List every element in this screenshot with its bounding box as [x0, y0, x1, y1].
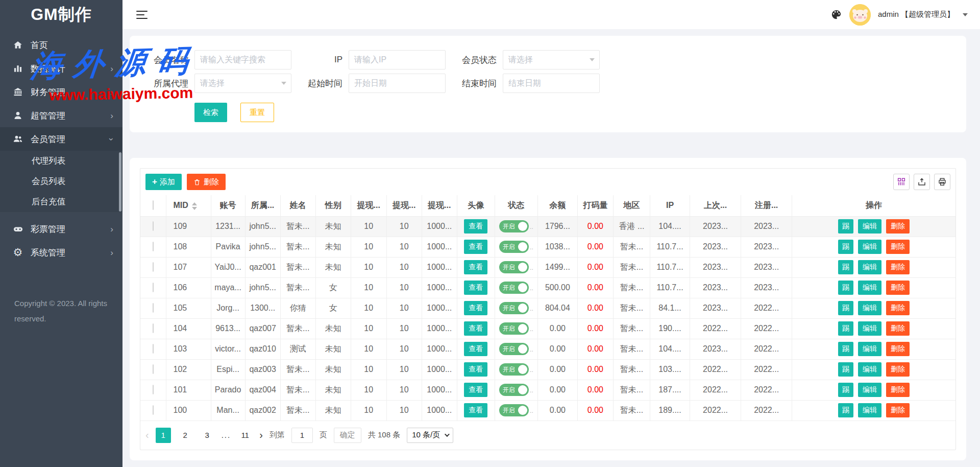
per-page-select[interactable]: 10 条/页 — [407, 428, 453, 443]
delete-button[interactable]: 删除 — [886, 383, 910, 397]
sidebar-item-system[interactable]: ⚙ 系统管理 › — [0, 241, 122, 264]
user-avatar[interactable] — [849, 4, 871, 26]
sidebar-subitem-recharge[interactable]: 后台充值 — [0, 192, 122, 212]
start-date-input[interactable] — [349, 74, 446, 93]
view-avatar-button[interactable]: 查看 — [464, 301, 487, 315]
status-toggle[interactable]: 开启 — [499, 404, 529, 416]
delete-button[interactable]: 删除 — [886, 219, 910, 233]
kick-button[interactable]: 踢 — [838, 321, 853, 336]
kick-button[interactable]: 踢 — [838, 240, 853, 254]
view-avatar-button[interactable]: 查看 — [464, 342, 487, 356]
keyword-input[interactable] — [194, 50, 291, 69]
status-toggle[interactable]: 开启 — [499, 343, 529, 355]
filter-columns-button[interactable] — [893, 174, 910, 190]
edit-button[interactable]: 编辑 — [858, 240, 881, 254]
kick-button[interactable]: 踢 — [838, 281, 853, 295]
agent-select[interactable]: 请选择 — [194, 74, 291, 93]
kick-button[interactable]: 踢 — [838, 362, 853, 377]
print-button[interactable] — [934, 174, 950, 190]
ip-input[interactable] — [349, 50, 446, 69]
menu-collapse-icon[interactable] — [136, 11, 148, 19]
delete-button[interactable]: 删除 — [886, 240, 910, 254]
kick-button[interactable]: 踢 — [838, 342, 853, 356]
status-toggle[interactable]: 开启 — [499, 302, 529, 314]
page-2[interactable]: 2 — [178, 428, 193, 443]
page-3[interactable]: 3 — [200, 428, 215, 443]
delete-button[interactable]: 删除 — [886, 321, 910, 336]
status-toggle[interactable]: 开启 — [499, 282, 529, 294]
status-toggle[interactable]: 开启 — [499, 261, 529, 273]
view-avatar-button[interactable]: 查看 — [464, 383, 487, 397]
kick-button[interactable]: 踢 — [838, 403, 853, 417]
row-checkbox[interactable] — [153, 344, 154, 354]
view-avatar-button[interactable]: 查看 — [464, 260, 487, 274]
status-toggle[interactable]: 开启 — [499, 220, 529, 232]
add-button[interactable]: + 添加 — [145, 174, 182, 190]
delete-button[interactable]: 删除 — [886, 281, 910, 295]
edit-button[interactable]: 编辑 — [858, 301, 881, 315]
goto-page-input[interactable] — [291, 428, 313, 443]
status-toggle[interactable]: 开启 — [499, 241, 529, 253]
sidebar-subitem-agent-list[interactable]: 代理列表 — [0, 151, 122, 171]
reset-button[interactable]: 重置 — [240, 103, 274, 122]
sort-icon[interactable] — [192, 202, 197, 210]
view-avatar-button[interactable]: 查看 — [464, 240, 487, 254]
row-checkbox[interactable] — [153, 283, 154, 292]
prev-page-icon[interactable]: ‹ — [145, 429, 149, 441]
sidebar-item-home[interactable]: 首页 — [0, 33, 122, 57]
status-toggle[interactable]: 开启 — [499, 363, 529, 376]
edit-button[interactable]: 编辑 — [858, 260, 881, 274]
user-dropdown-caret-icon[interactable] — [963, 13, 968, 16]
sidebar-scrollbar[interactable] — [119, 152, 121, 212]
row-checkbox[interactable] — [153, 385, 154, 394]
edit-button[interactable]: 编辑 — [858, 281, 881, 295]
kick-button[interactable]: 踢 — [838, 383, 853, 397]
end-date-input[interactable] — [503, 74, 600, 93]
view-avatar-button[interactable]: 查看 — [464, 219, 487, 233]
batch-delete-button[interactable]: 删除 — [187, 174, 226, 190]
member-status-select[interactable]: 请选择 — [503, 50, 600, 69]
select-all-checkbox[interactable] — [153, 200, 154, 210]
edit-button[interactable]: 编辑 — [858, 383, 881, 397]
view-avatar-button[interactable]: 查看 — [464, 362, 487, 377]
col-header-mid[interactable]: MID — [166, 195, 211, 216]
sidebar-item-finance[interactable]: 财务管理 › — [0, 80, 122, 104]
sidebar-item-superadmin[interactable]: 超管管理 › — [0, 104, 122, 127]
row-checkbox[interactable] — [153, 262, 154, 272]
view-avatar-button[interactable]: 查看 — [464, 281, 487, 295]
delete-button[interactable]: 删除 — [886, 260, 910, 274]
row-checkbox[interactable] — [153, 364, 154, 374]
row-checkbox[interactable] — [153, 242, 154, 251]
edit-button[interactable]: 编辑 — [858, 219, 881, 233]
sidebar-subitem-member-list[interactable]: 会员列表 — [0, 171, 122, 192]
kick-button[interactable]: 踢 — [838, 219, 853, 233]
search-button[interactable]: 检索 — [194, 103, 227, 122]
sidebar-item-members[interactable]: 会员管理 › — [0, 127, 122, 151]
status-toggle[interactable]: 开启 — [499, 384, 529, 396]
page-11[interactable]: 11 — [237, 428, 253, 443]
status-toggle[interactable]: 开启 — [499, 322, 529, 335]
row-checkbox[interactable] — [153, 303, 154, 313]
username-text[interactable]: admin 【超级管理员】 — [878, 10, 954, 19]
theme-palette-icon[interactable] — [830, 9, 842, 20]
goto-confirm-button[interactable]: 确定 — [334, 428, 361, 443]
sidebar-item-stats[interactable]: 数据统计 › — [0, 57, 122, 80]
export-button[interactable] — [914, 174, 930, 190]
row-checkbox[interactable] — [153, 323, 154, 333]
view-avatar-button[interactable]: 查看 — [464, 403, 487, 417]
kick-button[interactable]: 踢 — [838, 301, 853, 315]
view-avatar-button[interactable]: 查看 — [464, 321, 487, 336]
edit-button[interactable]: 编辑 — [858, 403, 881, 417]
delete-button[interactable]: 删除 — [886, 342, 910, 356]
next-page-icon[interactable]: › — [259, 429, 263, 441]
delete-button[interactable]: 删除 — [886, 362, 910, 377]
edit-button[interactable]: 编辑 — [858, 342, 881, 356]
delete-button[interactable]: 删除 — [886, 403, 910, 417]
sidebar-item-lottery[interactable]: 彩票管理 › — [0, 217, 122, 241]
page-1[interactable]: 1 — [156, 428, 171, 443]
kick-button[interactable]: 踢 — [838, 260, 853, 274]
row-checkbox[interactable] — [153, 221, 154, 231]
delete-button[interactable]: 删除 — [886, 301, 910, 315]
edit-button[interactable]: 编辑 — [858, 362, 881, 377]
edit-button[interactable]: 编辑 — [858, 321, 881, 336]
